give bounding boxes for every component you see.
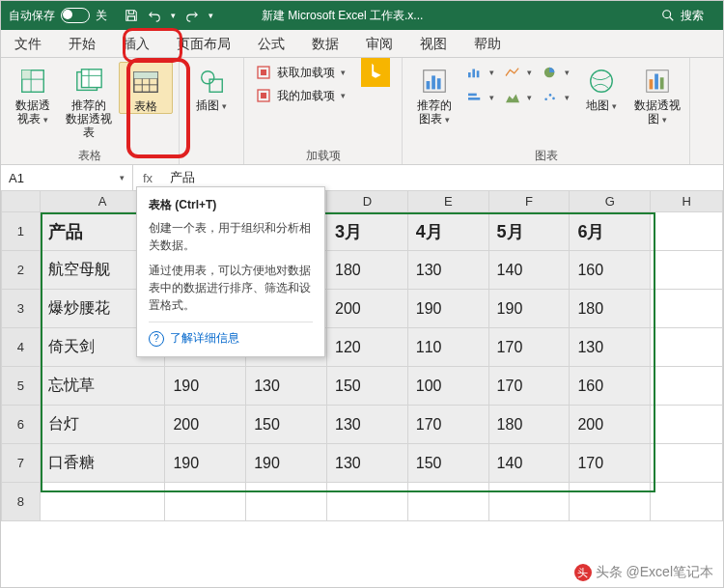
- redo-icon[interactable]: [185, 9, 199, 22]
- cell-G4[interactable]: 130: [570, 328, 651, 367]
- chart-hbar-button[interactable]: ▾: [464, 87, 496, 108]
- cell-B7[interactable]: 190: [165, 444, 246, 483]
- save-icon[interactable]: [125, 9, 138, 22]
- chart-bar-button[interactable]: ▾: [464, 62, 496, 83]
- cell-D2[interactable]: 180: [327, 251, 408, 290]
- cell-H4[interactable]: [651, 328, 723, 367]
- col-header-D[interactable]: D: [327, 191, 408, 212]
- cell-H2[interactable]: [651, 251, 723, 290]
- tab-视图[interactable]: 视图: [406, 30, 460, 57]
- worksheet-grid[interactable]: ABCDEFGH1产品1月2月3月4月5月6月2航空母舰110170180130…: [1, 190, 723, 521]
- cell-G2[interactable]: 160: [570, 251, 651, 290]
- cell-C7[interactable]: 190: [246, 444, 327, 483]
- chart-line-button[interactable]: ▾: [502, 62, 534, 83]
- col-header-F[interactable]: F: [488, 191, 570, 212]
- cell-D3[interactable]: 200: [327, 290, 408, 328]
- cell-G1[interactable]: 6月: [570, 212, 651, 251]
- cell-D8[interactable]: [327, 483, 408, 521]
- cell-H8[interactable]: [651, 483, 723, 521]
- cell-B8[interactable]: [165, 483, 246, 521]
- cell-B5[interactable]: 190: [165, 367, 246, 406]
- illus-button[interactable]: 插图 ▾: [185, 62, 237, 113]
- getaddin-button[interactable]: 获取加载项▾: [250, 62, 351, 83]
- cell-D7[interactable]: 130: [327, 444, 408, 483]
- cell-B6[interactable]: 200: [165, 406, 246, 444]
- tab-插入[interactable]: 插入: [109, 30, 163, 57]
- autosave-toggle[interactable]: 自动保存 关: [1, 8, 115, 24]
- qat-customize-icon[interactable]: ▾: [209, 11, 213, 20]
- cell-F5[interactable]: 170: [488, 367, 570, 406]
- pivot-button[interactable]: 数据透 视表 ▾: [7, 62, 59, 126]
- cell-A6[interactable]: 台灯: [40, 406, 165, 444]
- recpivot-button[interactable]: 推荐的 数据透视表: [63, 62, 115, 139]
- maps-button[interactable]: 地图 ▾: [575, 62, 627, 113]
- row-header-6[interactable]: 6: [2, 406, 41, 444]
- cell-H3[interactable]: [651, 290, 723, 328]
- cell-A5[interactable]: 忘忧草: [40, 367, 165, 406]
- cell-F7[interactable]: 140: [488, 444, 570, 483]
- cell-E3[interactable]: 190: [407, 290, 488, 328]
- cell-D6[interactable]: 130: [327, 406, 408, 444]
- bing-button[interactable]: [355, 62, 396, 83]
- cell-C6[interactable]: 150: [246, 406, 327, 444]
- cell-F6[interactable]: 180: [488, 406, 570, 444]
- pivotchart-button[interactable]: 数据透视图 ▾: [631, 62, 683, 126]
- cell-D5[interactable]: 150: [327, 367, 408, 406]
- cell-H5[interactable]: [651, 367, 723, 406]
- fx-icon[interactable]: fx: [133, 171, 162, 185]
- tab-数据[interactable]: 数据: [298, 30, 352, 57]
- cell-G3[interactable]: 180: [570, 290, 651, 328]
- worksheet-area[interactable]: ABCDEFGH1产品1月2月3月4月5月6月2航空母舰110170180130…: [1, 190, 723, 587]
- cell-G6[interactable]: 200: [570, 406, 651, 444]
- myaddin-button[interactable]: 我的加载项▾: [250, 85, 351, 106]
- name-box[interactable]: A1 ▾: [1, 165, 133, 190]
- row-header-1[interactable]: 1: [2, 212, 41, 251]
- cell-C5[interactable]: 130: [246, 367, 327, 406]
- row-header-4[interactable]: 4: [2, 328, 41, 367]
- cell-H7[interactable]: [651, 444, 723, 483]
- cell-E4[interactable]: 110: [407, 328, 488, 367]
- cell-F3[interactable]: 190: [488, 290, 570, 328]
- tab-公式[interactable]: 公式: [244, 30, 298, 57]
- col-header-E[interactable]: E: [407, 191, 488, 212]
- cell-E7[interactable]: 150: [407, 444, 488, 483]
- row-header-8[interactable]: 8: [2, 483, 41, 521]
- table-button[interactable]: 表格: [119, 62, 173, 114]
- chart-pie-button[interactable]: ▾: [540, 62, 571, 83]
- row-header-2[interactable]: 2: [2, 251, 41, 290]
- row-header-5[interactable]: 5: [2, 367, 41, 406]
- row-header-7[interactable]: 7: [2, 444, 41, 483]
- col-header-G[interactable]: G: [570, 191, 651, 212]
- cell-A7[interactable]: 口香糖: [40, 444, 165, 483]
- formula-value[interactable]: 产品: [162, 169, 723, 186]
- cell-C8[interactable]: [246, 483, 327, 521]
- cell-F4[interactable]: 170: [488, 328, 570, 367]
- tooltip-more-link[interactable]: 了解详细信息: [149, 322, 313, 347]
- tab-开始[interactable]: 开始: [55, 30, 109, 57]
- cell-A8[interactable]: [40, 483, 165, 521]
- cell-G8[interactable]: [570, 483, 651, 521]
- cell-G7[interactable]: 170: [570, 444, 651, 483]
- cell-D4[interactable]: 120: [327, 328, 408, 367]
- tab-帮助[interactable]: 帮助: [460, 30, 515, 57]
- select-all-corner[interactable]: [2, 191, 41, 212]
- col-header-H[interactable]: H: [651, 191, 723, 212]
- cell-E5[interactable]: 100: [407, 367, 488, 406]
- tab-页面布局[interactable]: 页面布局: [163, 30, 244, 57]
- chart-scatter-button[interactable]: ▾: [540, 87, 571, 108]
- search-box[interactable]: 搜索: [642, 8, 723, 24]
- cell-G5[interactable]: 160: [570, 367, 651, 406]
- cell-F1[interactable]: 5月: [488, 212, 570, 251]
- cell-E8[interactable]: [407, 483, 488, 521]
- cell-E1[interactable]: 4月: [407, 212, 488, 251]
- chart-area-button[interactable]: ▾: [502, 87, 534, 108]
- undo-dropdown-icon[interactable]: ▾: [171, 11, 176, 20]
- recchart-button[interactable]: 推荐的 图表 ▾: [408, 62, 460, 126]
- cell-F8[interactable]: [488, 483, 570, 521]
- tab-审阅[interactable]: 审阅: [352, 30, 406, 57]
- cell-H6[interactable]: [651, 406, 723, 444]
- undo-icon[interactable]: [148, 9, 161, 22]
- tab-文件[interactable]: 文件: [1, 30, 55, 57]
- cell-E6[interactable]: 170: [407, 406, 488, 444]
- row-header-3[interactable]: 3: [2, 290, 41, 328]
